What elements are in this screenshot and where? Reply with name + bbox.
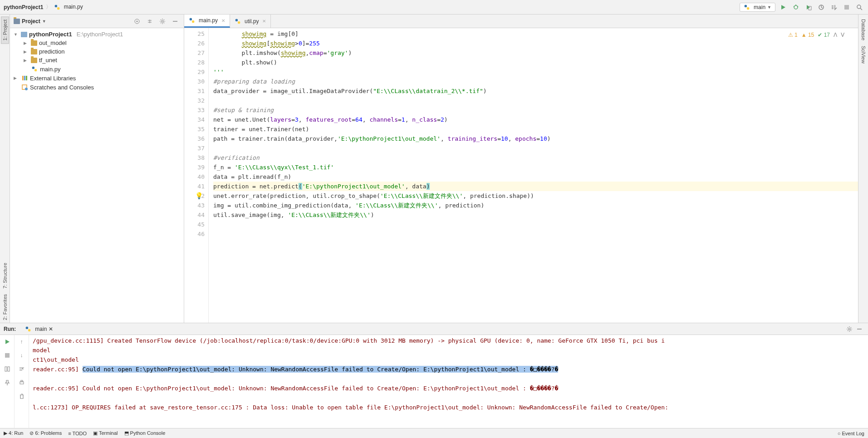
settings-icon[interactable] xyxy=(844,324,854,334)
code-line[interactable]: trainer = unet.Trainer(net) xyxy=(213,124,858,134)
code-line[interactable]: img = util.combine_img_prediction(data, … xyxy=(213,201,858,210)
svg-rect-2 xyxy=(745,5,747,7)
editor-tab[interactable]: main.py✕ xyxy=(184,15,230,28)
hide-button[interactable] xyxy=(854,324,864,334)
close-icon[interactable]: ✕ xyxy=(49,326,53,332)
svg-line-6 xyxy=(794,6,794,7)
editor-tab[interactable]: util.py✕ xyxy=(230,15,271,28)
code-line[interactable]: #verification xyxy=(213,153,858,162)
warning-indicator[interactable]: ▲ 15 xyxy=(801,32,814,38)
code-line[interactable]: net = unet.Unet(layers=3, features_root=… xyxy=(213,115,858,124)
run-coverage-button[interactable] xyxy=(804,2,814,12)
code-line[interactable] xyxy=(213,143,858,153)
line-number-gutter[interactable]: 2526272829303132333435363738394041424344… xyxy=(184,28,209,323)
hide-button[interactable] xyxy=(170,16,180,26)
tree-item[interactable]: ▶out_model xyxy=(14,39,180,47)
pin-button[interactable] xyxy=(2,378,12,388)
run-header: Run: main ✕ xyxy=(0,323,868,335)
code-line[interactable]: prediction = net.predict('E:\pythonProje… xyxy=(213,182,858,191)
bottom-tool-bar: ▶ 4: Run ⊘ 6: Problems ≡ TODO ▣ Terminal… xyxy=(0,428,868,438)
scratches-consoles[interactable]: ▶ Scratches and Consoles xyxy=(14,83,180,92)
code-line[interactable]: showimg[showimg>0]=255 xyxy=(213,39,858,48)
layout-button[interactable] xyxy=(2,364,12,374)
svg-point-4 xyxy=(794,5,798,9)
intention-bulb-icon[interactable]: 💡 xyxy=(195,192,203,199)
terminal-tool-button[interactable]: ▣ Terminal xyxy=(93,430,118,436)
code-line[interactable]: showimg = img[0] xyxy=(213,29,858,39)
code-line[interactable]: #setup & training xyxy=(213,105,858,115)
code-line[interactable]: unet.error_rate(prediction, util.crop_to… xyxy=(213,191,858,201)
code-line[interactable]: data = plt.imread(f_n) xyxy=(213,172,858,182)
structure-tool-tab[interactable]: 7: Structure xyxy=(1,260,9,291)
svg-rect-31 xyxy=(5,353,10,358)
todo-tool-button[interactable]: ≡ TODO xyxy=(68,431,87,436)
project-panel-header: Project ▼ xyxy=(10,15,184,28)
favorites-tool-tab[interactable]: 2: Favorites xyxy=(1,291,9,323)
stop-button[interactable] xyxy=(2,350,12,360)
tree-item[interactable]: ▶main.py xyxy=(14,64,180,74)
run-tool-button[interactable]: ▶ 4: Run xyxy=(4,430,23,436)
breadcrumb-project[interactable]: pythonProject1 xyxy=(4,4,43,10)
soft-wrap-button[interactable] xyxy=(17,364,27,374)
attach-button[interactable] xyxy=(829,2,839,12)
debug-button[interactable] xyxy=(791,2,801,12)
project-tree[interactable]: ▼ pythonProject1 E:\pythonProject1 ▶out_… xyxy=(10,28,184,94)
problems-tool-button[interactable]: ⊘ 6: Problems xyxy=(29,430,62,436)
run-tool-window: Run: main ✕ ↑ ↓ / xyxy=(0,323,868,428)
event-log-button[interactable]: ○ Event Log xyxy=(838,431,864,436)
code-line[interactable]: plt.imshow(showimg,cmap='gray') xyxy=(213,48,858,58)
run-configuration-selector[interactable]: main ▼ xyxy=(740,3,775,12)
rerun-button[interactable] xyxy=(2,337,12,347)
profile-button[interactable] xyxy=(816,2,826,12)
chevron-down-icon[interactable]: ▼ xyxy=(42,19,46,24)
code-line[interactable] xyxy=(213,220,858,229)
next-highlight-button[interactable]: ᐯ xyxy=(841,32,844,38)
project-tool-tab[interactable]: 1: Project xyxy=(1,16,9,44)
run-tab[interactable]: main ✕ xyxy=(21,325,57,333)
python-icon xyxy=(744,4,750,10)
database-tool-tab[interactable]: Database xyxy=(860,16,867,43)
code-line[interactable]: ''' xyxy=(213,67,858,77)
tree-root[interactable]: ▼ pythonProject1 E:\pythonProject1 xyxy=(14,30,180,39)
code-line[interactable]: data_provider = image_util.ImageDataProv… xyxy=(213,86,858,96)
external-libraries[interactable]: ▶ External Libraries xyxy=(14,74,180,83)
code-line[interactable]: #preparing data loading xyxy=(213,77,858,86)
code-line[interactable] xyxy=(213,229,858,239)
python-console-tool-button[interactable]: ⬒ Python Console xyxy=(124,430,166,436)
breadcrumb-file[interactable]: main.py xyxy=(54,4,83,10)
svg-rect-23 xyxy=(190,18,192,20)
print-button[interactable] xyxy=(17,378,27,388)
locate-button[interactable] xyxy=(132,16,142,26)
settings-icon[interactable] xyxy=(157,16,167,26)
sciview-tool-tab[interactable]: SciView xyxy=(860,43,867,66)
console-output[interactable]: /gpu_device.cc:1115] Created TensorFlow … xyxy=(29,335,868,428)
code-line[interactable]: plt.show() xyxy=(213,58,858,67)
code-editor[interactable]: ⚠ 1 ▲ 15 ✔ 17 ᐱ ᐯ 2526272829303132333435… xyxy=(184,28,858,323)
inspection-status[interactable]: ⚠ 1 ▲ 15 ✔ 17 ᐱ ᐯ xyxy=(788,32,844,38)
expand-all-button[interactable] xyxy=(145,16,155,26)
code-line[interactable]: util.save_image(img, 'E:\\CLass\\新建文件夹\\… xyxy=(213,210,858,220)
code-line[interactable] xyxy=(213,96,858,105)
search-everywhere-button[interactable] xyxy=(854,2,864,12)
run-button[interactable] xyxy=(778,2,788,12)
ok-indicator[interactable]: ✔ 17 xyxy=(818,32,830,38)
run-toolbar-left xyxy=(0,335,15,428)
right-tool-window-bar: Database SciView xyxy=(858,15,868,323)
tree-item[interactable]: ▶tf_unet xyxy=(14,56,180,64)
close-icon[interactable]: ✕ xyxy=(221,18,225,23)
error-indicator[interactable]: ⚠ 1 xyxy=(788,32,798,38)
svg-rect-33 xyxy=(8,367,10,371)
chevron-right-icon: 〉 xyxy=(46,3,51,11)
code-line[interactable]: f_n = 'E:\\CLass\\qyx\\Test_1.tif' xyxy=(213,162,858,172)
svg-rect-16 xyxy=(32,67,34,69)
code-line[interactable]: path = trainer.train(data_provider,'E:\p… xyxy=(213,134,858,143)
folder-icon xyxy=(14,19,20,24)
stop-button[interactable] xyxy=(842,2,852,12)
top-bar: pythonProject1 〉 main.py main ▼ xyxy=(0,0,868,15)
clear-button[interactable] xyxy=(17,391,27,401)
scroll-down-button[interactable]: ↓ xyxy=(17,350,27,360)
tree-item[interactable]: ▶prediction xyxy=(14,47,180,56)
close-icon[interactable]: ✕ xyxy=(262,19,266,24)
scroll-up-button[interactable]: ↑ xyxy=(17,337,27,347)
prev-highlight-button[interactable]: ᐱ xyxy=(834,32,837,38)
